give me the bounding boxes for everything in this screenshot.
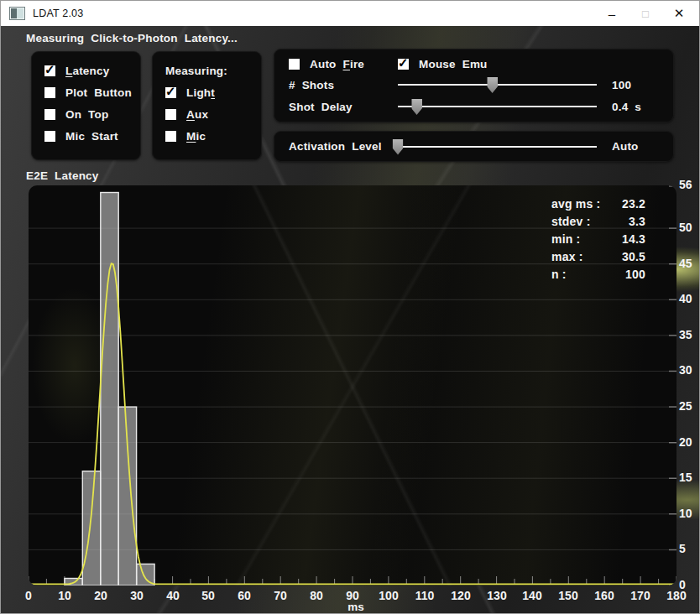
y-axis-label: 25 xyxy=(679,399,692,413)
chart-title: E2E Latency xyxy=(26,169,99,182)
activation-slider-track[interactable] xyxy=(398,146,597,148)
shots-slider[interactable] xyxy=(398,76,597,93)
window-title: LDAT 2.03 xyxy=(33,8,83,19)
stat-label: stdev : xyxy=(551,215,591,228)
activation-slider[interactable] xyxy=(398,138,597,155)
latency-checkbox[interactable] xyxy=(44,65,55,76)
y-axis-label: 56 xyxy=(679,178,692,191)
y-axis-label: 20 xyxy=(679,435,692,449)
shot-delay-slider-thumb[interactable] xyxy=(411,99,422,115)
stat-value: 100 xyxy=(625,268,645,281)
light-label: Light xyxy=(186,86,215,99)
stat-label: min : xyxy=(551,232,580,246)
y-axis-label: 5 xyxy=(679,542,686,555)
stat-value: 14.3 xyxy=(622,232,645,246)
histogram-bar xyxy=(101,193,118,586)
checkbox-row-mic[interactable]: Mic xyxy=(165,125,262,147)
x-axis-label: 20 xyxy=(84,589,118,602)
mic-start-checkbox[interactable] xyxy=(44,131,55,142)
stat-value: 3.3 xyxy=(629,215,645,228)
stat-label: max : xyxy=(551,250,583,263)
auto-fire-label: Auto Fire xyxy=(310,58,364,70)
stat-value: 23.2 xyxy=(622,197,645,211)
y-axis-label: 10 xyxy=(679,507,692,520)
latency-label: Latency xyxy=(65,65,109,77)
checkbox-row-latency[interactable]: Latency xyxy=(44,60,141,81)
stats-box: avg ms : 23.2 stdev : 3.3 min : 14.3 max… xyxy=(551,195,645,283)
x-axis-label: 180 xyxy=(660,589,693,602)
app-window: LDAT 2.03 – □ ✕ Measuring Click-to-Photo… xyxy=(0,0,700,614)
shot-delay-slider[interactable] xyxy=(398,98,597,115)
title-bar: LDAT 2.03 – □ ✕ xyxy=(1,1,699,26)
stat-row-max: max : 30.5 xyxy=(551,247,645,265)
stat-row-stdev: stdev : 3.3 xyxy=(551,212,645,230)
activation-panel: Activation Level Auto xyxy=(274,131,674,162)
x-axis-label: 40 xyxy=(156,589,190,602)
y-axis-label: 50 xyxy=(679,221,692,234)
x-axis-label: 60 xyxy=(227,589,261,602)
on-top-label: On Top xyxy=(65,108,108,121)
checkbox-row-plot-button[interactable]: Plot Button xyxy=(44,81,141,103)
light-checkbox[interactable] xyxy=(165,87,176,98)
x-axis-label: 70 xyxy=(264,589,297,602)
options-panel: Latency Plot Button On Top Mic Start xyxy=(31,51,141,160)
stat-row-avg: avg ms : 23.2 xyxy=(551,195,645,212)
histogram-bar xyxy=(137,564,154,585)
on-top-checkbox[interactable] xyxy=(44,109,55,120)
maximize-button[interactable]: □ xyxy=(629,1,662,26)
stat-value: 30.5 xyxy=(622,250,645,263)
minimize-button[interactable]: – xyxy=(595,1,629,26)
checkbox-row-auto-fire[interactable]: Auto Fire xyxy=(289,54,398,74)
auto-fire-checkbox[interactable] xyxy=(289,59,300,70)
stat-row-min: min : 14.3 xyxy=(551,230,645,247)
x-axis-label: 140 xyxy=(515,589,549,602)
x-axis-unit-label: ms xyxy=(328,601,384,613)
y-axis-labels: 0510152025303540455056 xyxy=(677,185,700,596)
y-axis-label: 15 xyxy=(679,471,692,484)
x-axis-label: 10 xyxy=(48,589,81,602)
y-axis-label: 45 xyxy=(679,257,692,270)
checkbox-row-aux[interactable]: Aux xyxy=(165,103,262,125)
aux-label: Aux xyxy=(186,108,208,121)
plot-button-label: Plot Button xyxy=(65,86,132,99)
x-axis-label: 170 xyxy=(624,589,657,602)
mic-start-label: Mic Start xyxy=(65,130,118,143)
shots-label: # Shots xyxy=(289,79,398,91)
shots-slider-thumb[interactable] xyxy=(487,77,498,93)
histogram-bar xyxy=(82,471,100,585)
checkbox-row-on-top[interactable]: On Top xyxy=(44,103,141,125)
controls-panel: Auto Fire Mouse Emu # Shots 100 Shot Del… xyxy=(274,49,674,122)
x-axis-label: 120 xyxy=(444,589,478,602)
mic-checkbox[interactable] xyxy=(165,131,176,142)
stat-row-n: n : 100 xyxy=(551,265,645,283)
checkbox-row-light[interactable]: Light xyxy=(165,81,262,103)
app-icon xyxy=(9,7,25,20)
shot-delay-value: 0.4 s xyxy=(612,101,659,113)
aux-checkbox[interactable] xyxy=(165,109,176,120)
checkbox-row-mouse-emu[interactable]: Mouse Emu xyxy=(398,54,597,74)
activation-value: Auto xyxy=(612,140,659,153)
activation-level-label: Activation Level xyxy=(289,140,398,153)
plot-area: avg ms : 23.2 stdev : 3.3 min : 14.3 max… xyxy=(29,185,676,585)
status-text: Measuring Click-to-Photon Latency... xyxy=(26,32,238,44)
shot-delay-slider-track[interactable] xyxy=(398,106,597,107)
x-axis-label: 0 xyxy=(12,589,45,602)
plot-button-checkbox[interactable] xyxy=(44,87,55,98)
x-axis-label: 130 xyxy=(480,589,514,602)
y-axis-label: 35 xyxy=(679,328,692,341)
measuring-group-title: Measuring: xyxy=(165,60,262,81)
y-axis-label: 40 xyxy=(679,292,692,305)
shots-value: 100 xyxy=(612,79,659,91)
measuring-panel: Measuring: Light Aux Mic xyxy=(152,51,262,160)
close-button[interactable]: ✕ xyxy=(662,1,696,26)
x-axis-label: 50 xyxy=(191,589,225,602)
x-axis-label: 30 xyxy=(120,589,154,602)
x-axis-label: 110 xyxy=(408,589,441,602)
mic-label: Mic xyxy=(186,130,206,143)
x-axis-label: 150 xyxy=(551,589,585,602)
checkbox-row-mic-start[interactable]: Mic Start xyxy=(44,125,141,147)
mouse-emu-checkbox[interactable] xyxy=(398,59,409,70)
stat-label: n : xyxy=(551,268,567,281)
histogram-bar xyxy=(118,407,136,585)
stat-label: avg ms : xyxy=(551,197,600,211)
